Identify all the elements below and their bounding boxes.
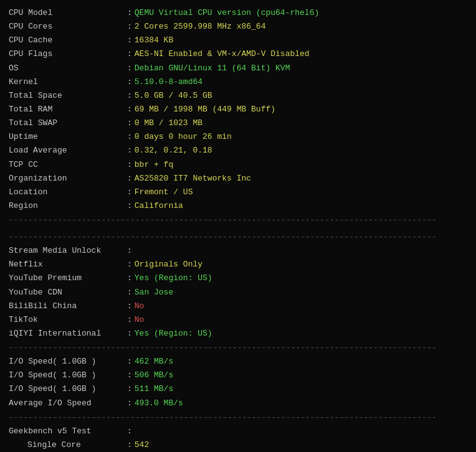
youtube-cdn-value: San Jose (135, 286, 173, 299)
io2-value: 506 MB/s (135, 369, 173, 382)
os-row: OS : Debian GNU/Linux 11 (64 Bit) KVM (9, 62, 467, 75)
youtube-prem-row: YouTube Premium : Yes (Region: US) (9, 271, 467, 285)
cpu-cores-row: CPU Cores : 2 Cores 2599.998 MHz x86_64 (9, 20, 467, 34)
kernel-value: 5.10.0-8-amd64 (135, 76, 202, 88)
cpu-flags-label: CPU Flags (9, 48, 127, 60)
region-row: Region : California (9, 199, 467, 213)
uptime-row: Uptime : 0 days 0 hour 26 min (9, 130, 467, 144)
total-ram-label: Total RAM (9, 103, 127, 116)
cpu-cache-value: 16384 KB (135, 34, 173, 47)
single-core-label: Single Core (9, 439, 127, 451)
location-value: Fremont / US (135, 186, 193, 199)
total-space-value: 5.0 GB / 40.5 GB (135, 90, 212, 102)
tiktok-row: TikTok : No (9, 313, 467, 327)
youtube-prem-value: Yes (Region: US) (135, 272, 212, 285)
total-ram-row: Total RAM : 69 MB / 1998 MB (449 MB Buff… (9, 103, 467, 116)
cpu-model-row: CPU Model : QEMU Virtual CPU version (cp… (9, 6, 467, 20)
load-avg-value: 0.32, 0.21, 0.18 (135, 144, 212, 157)
total-swap-value: 0 MB / 1023 MB (135, 117, 202, 129)
site-url (9, 227, 467, 230)
divider-3: ----------------------------------------… (9, 343, 467, 352)
io-avg-row: Average I/O Speed : 493.0 MB/s (9, 397, 467, 410)
youtube-prem-label: YouTube Premium (9, 272, 127, 285)
bilibili-row: BiliBili China : No (9, 299, 467, 313)
org-label: Organization (9, 172, 127, 185)
region-value: California (135, 200, 183, 212)
total-swap-row: Total SWAP : 0 MB / 1023 MB (9, 116, 467, 130)
geekbench-row: Geekbench v5 Test : (9, 425, 467, 438)
io-avg-label: Average I/O Speed (9, 397, 127, 410)
divider-1: ----------------------------------------… (9, 215, 467, 225)
iqiyi-value: Yes (Region: US) (135, 327, 212, 340)
os-value: Debian GNU/Linux 11 (64 Bit) KVM (135, 62, 290, 75)
org-row: Organization : AS25820 IT7 Networks Inc (9, 172, 467, 186)
youtube-cdn-row: YouTube CDN : San Jose (9, 286, 467, 299)
io1-value: 462 MB/s (135, 355, 173, 368)
divider-2: ----------------------------------------… (9, 232, 467, 242)
tiktok-value: No (135, 314, 145, 326)
io2-row: I/O Speed( 1.0GB ) : 506 MB/s (9, 369, 467, 382)
bilibili-label: BiliBili China (9, 300, 127, 313)
tcp-cc-label: TCP CC (9, 159, 127, 171)
geekbench-label: Geekbench v5 Test (9, 425, 127, 438)
bilibili-value: No (135, 300, 145, 313)
io3-label: I/O Speed( 1.0GB ) (9, 383, 127, 395)
location-row: Location : Fremont / US (9, 186, 467, 199)
cpu-cores-value: 2 Cores 2599.998 MHz x86_64 (135, 21, 266, 33)
cpu-model-label: CPU Model (9, 7, 127, 19)
cpu-cache-label: CPU Cache (9, 34, 127, 47)
cpu-flags-value: AES-NI Enabled & VM-x/AMD-V Disabled (135, 48, 310, 60)
single-core-row: Single Core : 542 (9, 438, 467, 452)
load-avg-row: Load Average : 0.32, 0.21, 0.18 (9, 144, 467, 158)
netflix-value: Originals Only (135, 258, 202, 271)
uptime-value: 0 days 0 hour 26 min (135, 131, 232, 143)
cpu-flags-row: CPU Flags : AES-NI Enabled & VM-x/AMD-V … (9, 47, 467, 61)
netflix-row: Netflix : Originals Only (9, 258, 467, 271)
io2-label: I/O Speed( 1.0GB ) (9, 369, 127, 382)
youtube-cdn-label: YouTube CDN (9, 286, 127, 299)
io3-row: I/O Speed( 1.0GB ) : 511 MB/s (9, 382, 467, 396)
io1-label: I/O Speed( 1.0GB ) (9, 355, 127, 368)
cpu-cache-row: CPU Cache : 16384 KB (9, 34, 467, 47)
netflix-label: Netflix (9, 258, 127, 271)
io3-value: 511 MB/s (135, 383, 173, 395)
single-core-value: 542 (135, 439, 149, 451)
total-ram-value: 69 MB / 1998 MB (449 MB Buff) (135, 103, 275, 116)
tcp-cc-value: bbr + fq (135, 159, 173, 171)
uptime-label: Uptime (9, 131, 127, 143)
org-value: AS25820 IT7 Networks Inc (135, 172, 251, 185)
load-avg-label: Load Average (9, 144, 127, 157)
cpu-cores-label: CPU Cores (9, 21, 127, 33)
iqiyi-label: iQIYI International (9, 327, 127, 340)
io-avg-value: 493.0 MB/s (135, 397, 183, 410)
stream-media-label: Stream Media Unlock (9, 245, 127, 257)
location-label: Location (9, 186, 127, 199)
kernel-label: Kernel (9, 76, 127, 88)
tiktok-label: TikTok (9, 314, 127, 326)
tcp-cc-row: TCP CC : bbr + fq (9, 158, 467, 172)
total-space-label: Total Space (9, 90, 127, 102)
total-swap-label: Total SWAP (9, 117, 127, 129)
kernel-row: Kernel : 5.10.0-8-amd64 (9, 75, 467, 89)
total-space-row: Total Space : 5.0 GB / 40.5 GB (9, 89, 467, 103)
os-label: OS (9, 62, 127, 75)
region-label: Region (9, 200, 127, 212)
divider-4: ----------------------------------------… (9, 413, 467, 422)
cpu-model-value: QEMU Virtual CPU version (cpu64-rhel6) (135, 7, 319, 19)
io1-row: I/O Speed( 1.0GB ) : 462 MB/s (9, 355, 467, 369)
stream-media-row: Stream Media Unlock : (9, 244, 467, 258)
iqiyi-row: iQIYI International : Yes (Region: US) (9, 327, 467, 341)
